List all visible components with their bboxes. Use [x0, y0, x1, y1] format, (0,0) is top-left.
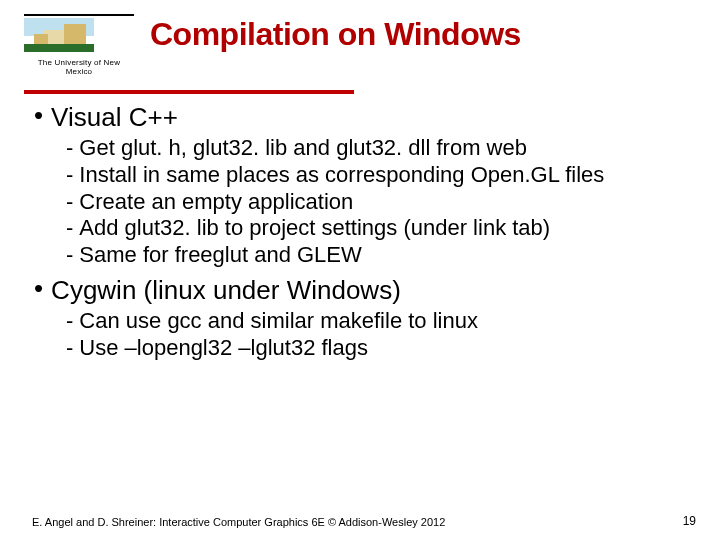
sub-bullet: -Get glut. h, glut32. lib and glut32. dl…: [66, 135, 696, 162]
title-underline: [24, 90, 354, 94]
svg-rect-0: [24, 44, 94, 52]
institution-logo: The University of New Mexico: [24, 12, 134, 76]
slide-footer: E. Angel and D. Shreiner: Interactive Co…: [32, 514, 696, 528]
dash-icon: -: [66, 308, 73, 335]
sub-bullet-group: -Get glut. h, glut32. lib and glut32. dl…: [34, 135, 696, 269]
sub-bullet-group: -Can use gcc and similar makefile to lin…: [34, 308, 696, 362]
slide-content: • Visual C++ -Get glut. h, glut32. lib a…: [24, 102, 696, 362]
page-number: 19: [683, 514, 696, 528]
bullet-heading: • Visual C++: [34, 102, 696, 133]
slide-title: Compilation on Windows: [150, 16, 521, 53]
dash-icon: -: [66, 242, 73, 269]
slide-header: The University of New Mexico Compilation…: [24, 12, 696, 76]
logo-rule: [24, 14, 134, 16]
dash-icon: -: [66, 135, 73, 162]
unm-building-icon: [24, 18, 94, 52]
bullet-heading-text: Visual C++: [51, 102, 178, 133]
dash-icon: -: [66, 215, 73, 242]
logo-caption: The University of New Mexico: [24, 58, 134, 76]
sub-bullet-text: Add glut32. lib to project settings (und…: [79, 215, 550, 242]
sub-bullet: -Install in same places as corresponding…: [66, 162, 696, 189]
sub-bullet: -Add glut32. lib to project settings (un…: [66, 215, 696, 242]
sub-bullet-text: Can use gcc and similar makefile to linu…: [79, 308, 478, 335]
svg-rect-10: [64, 24, 86, 36]
dash-icon: -: [66, 162, 73, 189]
bullet-icon: •: [34, 275, 43, 306]
svg-rect-12: [34, 34, 48, 36]
bullet-icon: •: [34, 102, 43, 133]
dash-icon: -: [66, 189, 73, 216]
dash-icon: -: [66, 335, 73, 362]
sub-bullet: -Can use gcc and similar makefile to lin…: [66, 308, 696, 335]
sub-bullet-text: Get glut. h, glut32. lib and glut32. dll…: [79, 135, 527, 162]
sub-bullet-text: Same for freeglut and GLEW: [79, 242, 361, 269]
bullet-heading-text: Cygwin (linux under Windows): [51, 275, 401, 306]
slide: The University of New Mexico Compilation…: [0, 0, 720, 540]
sub-bullet-text: Use –lopengl32 –lglut32 flags: [79, 335, 368, 362]
sub-bullet: -Create an empty application: [66, 189, 696, 216]
sub-bullet-text: Create an empty application: [79, 189, 353, 216]
footer-credit: E. Angel and D. Shreiner: Interactive Co…: [32, 516, 445, 528]
sub-bullet-text: Install in same places as corresponding …: [79, 162, 604, 189]
sub-bullet: -Same for freeglut and GLEW: [66, 242, 696, 269]
bullet-heading: • Cygwin (linux under Windows): [34, 275, 696, 306]
sub-bullet: -Use –lopengl32 –lglut32 flags: [66, 335, 696, 362]
